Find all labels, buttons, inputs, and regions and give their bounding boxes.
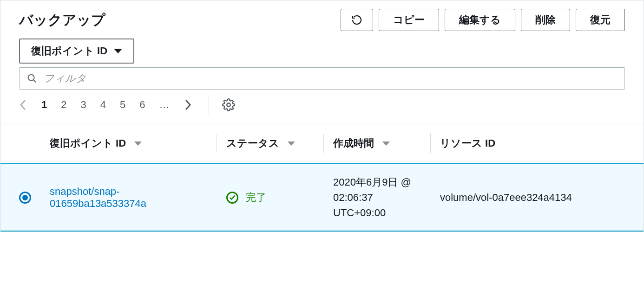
created-at-value: 2020年6月9日 @ 02:06:37 UTC+09:00 [333, 176, 411, 219]
action-bar: コピー 編集する 削除 復元 [341, 9, 625, 31]
col-select [0, 123, 40, 164]
page-1[interactable]: 1 [41, 99, 47, 111]
page-4[interactable]: 4 [100, 99, 106, 111]
settings-button[interactable] [222, 98, 235, 111]
col-recovery-point-id-label: 復旧ポイント ID [50, 136, 126, 150]
status-cell: 完了 [226, 191, 315, 205]
svg-point-2 [227, 103, 230, 107]
sort-caret-icon [288, 142, 295, 146]
panel-header: バックアップ コピー 編集する 削除 復元 [0, 0, 644, 36]
status-label: 完了 [246, 191, 266, 205]
refresh-icon [351, 14, 362, 26]
svg-line-1 [33, 80, 36, 82]
col-resource-id[interactable]: リソース ID [431, 123, 644, 164]
page-ellipsis: … [159, 99, 170, 111]
success-icon [226, 192, 238, 204]
table-row[interactable]: snapshot/snap-01659ba13a533374a 完了 2020年… [0, 164, 644, 231]
search-icon [27, 73, 37, 84]
restore-button[interactable]: 復元 [576, 9, 625, 31]
pagination: 1 2 3 4 5 6 … [19, 98, 192, 111]
filter-column-dropdown[interactable]: 復旧ポイント ID [19, 39, 134, 64]
row-radio[interactable] [19, 192, 31, 204]
radio-checked-icon [22, 195, 28, 200]
table-header-row: 復旧ポイント ID ステータス 作成時間 [0, 123, 644, 164]
copy-button[interactable]: コピー [379, 9, 439, 31]
col-created-at-label: 作成時間 [333, 136, 374, 150]
col-status-label: ステータス [226, 136, 279, 150]
refresh-button[interactable] [341, 9, 373, 31]
sort-caret-icon [134, 142, 142, 146]
prev-page-button[interactable] [19, 98, 27, 111]
page-5[interactable]: 5 [120, 99, 125, 111]
resource-id-value: volume/vol-0a7eee324a4134 [440, 192, 572, 203]
col-status[interactable]: ステータス [217, 123, 324, 164]
filter-search-wrap[interactable] [19, 67, 625, 90]
next-page-button[interactable] [184, 98, 192, 111]
page-2[interactable]: 2 [61, 99, 66, 111]
backups-table: 復旧ポイント ID ステータス 作成時間 [0, 123, 644, 232]
divider [209, 95, 209, 115]
pager-row: 1 2 3 4 5 6 … [0, 90, 644, 123]
edit-button[interactable]: 編集する [445, 9, 515, 31]
col-recovery-point-id[interactable]: 復旧ポイント ID [40, 123, 217, 164]
page-3[interactable]: 3 [81, 99, 86, 111]
page-6[interactable]: 6 [139, 99, 145, 111]
controls-row: 復旧ポイント ID [0, 39, 644, 90]
filter-search-input[interactable] [44, 72, 617, 84]
recovery-point-link[interactable]: snapshot/snap-01659ba13a533374a [50, 186, 146, 209]
svg-point-0 [28, 75, 34, 81]
delete-button[interactable]: 削除 [521, 9, 570, 31]
gear-icon [222, 98, 235, 111]
page-title: バックアップ [19, 11, 105, 30]
sort-caret-icon [382, 142, 390, 146]
col-created-at[interactable]: 作成時間 [324, 123, 431, 164]
filter-column-label: 復旧ポイント ID [31, 44, 107, 58]
backup-panel: バックアップ コピー 編集する 削除 復元 復旧ポイント ID [0, 0, 644, 232]
caret-down-icon [114, 49, 122, 53]
col-resource-id-label: リソース ID [440, 136, 495, 150]
